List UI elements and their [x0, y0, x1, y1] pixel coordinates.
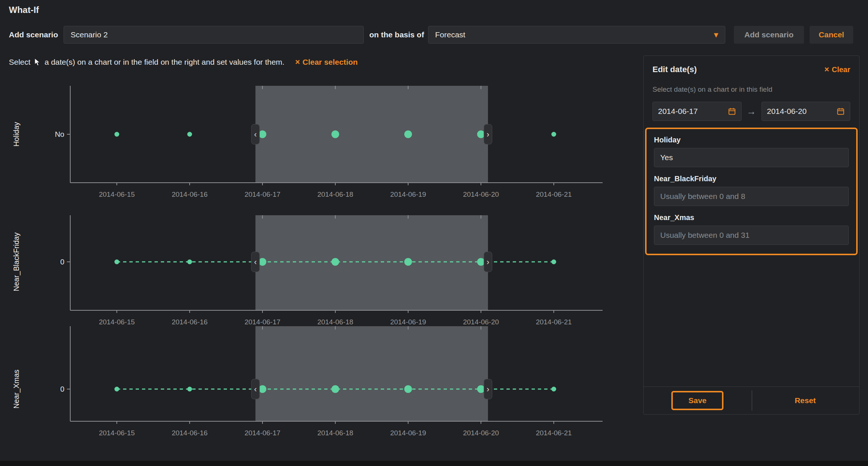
selection-region[interactable]	[255, 326, 488, 421]
window-bottom-edge	[0, 461, 868, 466]
selection-handle-left[interactable]: ‹	[251, 124, 260, 144]
x-tick-label: 2014-06-15	[99, 429, 135, 437]
data-point[interactable]	[552, 387, 556, 392]
data-point[interactable]	[259, 385, 267, 393]
reset-button[interactable]: Reset	[795, 396, 816, 405]
data-point[interactable]	[187, 387, 192, 392]
data-point[interactable]	[552, 260, 556, 264]
data-point[interactable]	[332, 131, 339, 138]
field-input-near-xmas[interactable]	[654, 226, 849, 245]
data-point[interactable]	[115, 260, 119, 264]
data-point[interactable]	[477, 131, 485, 138]
svg-text:‹: ‹	[254, 130, 257, 139]
y-axis-label-holiday: Holiday	[12, 122, 21, 147]
x-tick-label: 2014-06-21	[536, 429, 572, 437]
field-input-near-blackfriday[interactable]	[654, 187, 849, 206]
field-label-holiday: Holiday	[654, 136, 849, 144]
calendar-icon[interactable]	[837, 107, 845, 115]
mouse-cursor-icon	[34, 58, 41, 67]
chart-holiday[interactable]: No2014-06-152014-06-162014-06-172014-06-…	[22, 83, 628, 202]
data-point[interactable]	[187, 132, 192, 137]
date-to-input[interactable]: 2014-06-20	[762, 102, 851, 121]
data-point[interactable]	[332, 385, 339, 393]
instruction-text-end: a date(s) on a chart or in the field on …	[44, 58, 284, 67]
svg-text:‹: ‹	[254, 257, 257, 267]
clear-x-icon: ×	[295, 58, 300, 66]
data-point[interactable]	[332, 258, 339, 266]
selection-handle-right[interactable]: ›	[484, 252, 492, 272]
clear-x-icon: ×	[824, 65, 829, 74]
add-scenario-button[interactable]: Add scenario	[734, 26, 804, 44]
x-tick-label: 2014-06-18	[317, 429, 353, 437]
footer-divider	[752, 391, 752, 411]
instruction-text-start: Select	[9, 58, 30, 67]
chart-near-xmas[interactable]: 02014-06-152014-06-162014-06-172014-06-1…	[22, 324, 628, 439]
selection-handle-left[interactable]: ‹	[251, 379, 260, 399]
chart-near-blackfriday[interactable]: 02014-06-152014-06-162014-06-172014-06-1…	[22, 213, 628, 328]
svg-text:›: ›	[486, 257, 489, 267]
x-tick-label: 2014-06-21	[536, 190, 572, 198]
basis-select[interactable]: Forecast ▾	[428, 26, 725, 44]
x-tick-label: 2014-06-16	[172, 190, 207, 198]
date-range-row: 2014-06-17 → 2014-06-20	[644, 94, 859, 121]
x-tick-label: 2014-06-17	[244, 190, 280, 198]
calendar-icon[interactable]	[728, 107, 736, 115]
selection-handle-right[interactable]: ›	[484, 379, 492, 399]
field-label-near-xmas: Near_Xmas	[654, 213, 849, 222]
panel-footer: Save Reset	[644, 386, 859, 414]
selection-region[interactable]	[255, 86, 488, 183]
x-tick-label: 2014-06-17	[244, 429, 280, 437]
data-point[interactable]	[404, 258, 412, 266]
x-tick-label: 2014-06-19	[390, 190, 426, 198]
data-point[interactable]	[259, 258, 267, 266]
y-axis-label-near-blackfriday: Near_BlackFriday	[12, 233, 21, 291]
data-point[interactable]	[259, 131, 267, 138]
save-button[interactable]: Save	[688, 396, 706, 405]
data-point[interactable]	[477, 385, 485, 393]
x-tick-label: 2014-06-20	[463, 429, 499, 437]
svg-text:‹: ‹	[254, 385, 257, 394]
instruction-row: Select a date(s) on a chart or in the fi…	[9, 58, 358, 67]
field-label-near-blackfriday: Near_BlackFriday	[654, 175, 849, 183]
panel-clear-link[interactable]: × Clear	[824, 65, 850, 74]
data-point[interactable]	[404, 131, 412, 138]
basis-select-value: Forecast	[435, 30, 465, 39]
clear-selection-link[interactable]: × Clear selection	[295, 58, 357, 67]
data-point[interactable]	[187, 260, 192, 264]
y-tick-label: No	[55, 130, 64, 138]
x-tick-label: 2014-06-20	[463, 190, 499, 198]
chevron-down-icon: ▾	[714, 30, 718, 39]
field-input-holiday[interactable]	[654, 148, 849, 167]
x-tick-label: 2014-06-15	[99, 190, 135, 198]
page-title: What-If	[9, 5, 39, 15]
edit-dates-panel: Edit date(s) × Clear Select date(s) on a…	[643, 55, 859, 415]
range-arrow-icon: →	[747, 106, 756, 117]
edit-dates-title: Edit date(s)	[652, 65, 697, 74]
cancel-button[interactable]: Cancel	[810, 26, 853, 44]
data-point[interactable]	[552, 132, 556, 137]
fields-highlight-group: Holiday Near_BlackFriday Near_Xmas	[645, 128, 858, 255]
svg-text:›: ›	[486, 385, 489, 394]
scenario-name-input[interactable]	[64, 26, 364, 44]
x-tick-label: 2014-06-19	[390, 429, 426, 437]
x-tick-label: 2014-06-18	[317, 190, 353, 198]
save-highlight-box: Save	[671, 391, 723, 410]
selection-handle-left[interactable]: ‹	[251, 252, 260, 272]
x-tick-label: 2014-06-16	[172, 429, 207, 437]
data-point[interactable]	[477, 258, 485, 266]
svg-text:›: ›	[486, 130, 489, 139]
y-axis-label-near-xmas: Near_Xmas	[12, 369, 21, 409]
data-point[interactable]	[115, 132, 119, 137]
data-point[interactable]	[404, 385, 412, 393]
y-tick-label: 0	[60, 385, 64, 393]
basis-label: on the basis of	[369, 26, 424, 44]
selection-handle-right[interactable]: ›	[484, 124, 492, 144]
panel-helper-text: Select date(s) on a chart or in this fie…	[644, 74, 859, 94]
y-tick-label: 0	[60, 258, 64, 266]
date-from-input[interactable]: 2014-06-17	[652, 102, 742, 121]
data-point[interactable]	[115, 387, 119, 392]
add-scenario-label: Add scenario	[9, 26, 58, 44]
selection-region[interactable]	[255, 215, 488, 310]
